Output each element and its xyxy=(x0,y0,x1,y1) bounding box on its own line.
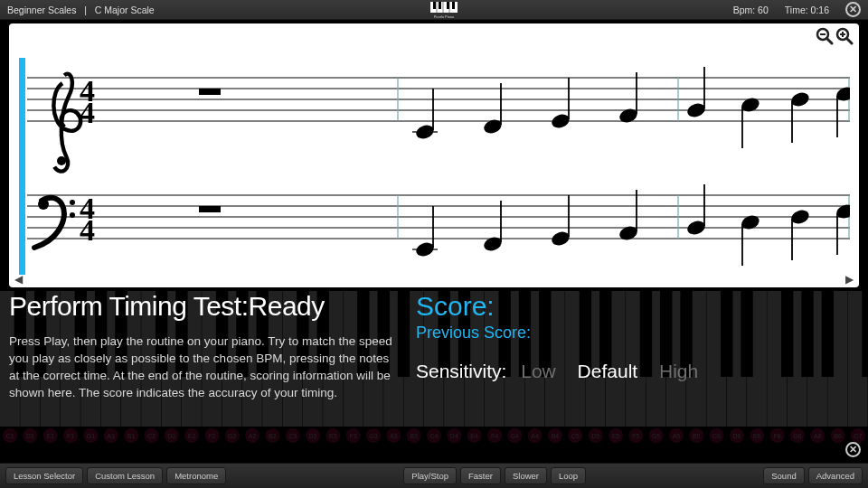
svg-point-193 xyxy=(38,199,49,210)
btn-sound[interactable]: Sound xyxy=(763,467,804,484)
btn-metronome[interactable]: Metronome xyxy=(166,467,226,484)
svg-text:Purely Piano: Purely Piano xyxy=(433,14,454,18)
svg-point-194 xyxy=(70,200,75,205)
svg-point-195 xyxy=(70,212,75,218)
playhead xyxy=(19,58,25,275)
timing-instructions: Press Play, then play the routine on you… xyxy=(9,333,398,402)
sensitivity-low[interactable]: Low xyxy=(521,361,556,381)
top-bar: Beginner Scales | C Major Scale Purely P… xyxy=(0,0,868,20)
btn-custom-lesson[interactable]: Custom Lesson xyxy=(87,467,163,484)
svg-rect-164 xyxy=(452,2,455,9)
app-logo: Purely Piano xyxy=(155,2,733,18)
svg-rect-161 xyxy=(433,2,436,9)
svg-rect-163 xyxy=(447,2,449,9)
svg-point-192 xyxy=(57,156,66,165)
sensitivity-default[interactable]: Default xyxy=(578,361,638,381)
sensitivity-label: Sensitivity: xyxy=(416,361,506,381)
btn-faster[interactable]: Faster xyxy=(460,467,501,484)
svg-text:4: 4 xyxy=(80,213,95,247)
previous-score-label: Previous Score: xyxy=(416,324,859,343)
info-area: Perform Timing Test:Ready Press Play, th… xyxy=(9,291,859,454)
zoom-out-icon[interactable] xyxy=(816,27,834,45)
close-icon[interactable]: ✕ xyxy=(845,2,861,17)
close-panel-icon[interactable]: ✕ xyxy=(845,442,861,457)
bottom-bar: Lesson SelectorCustom LessonMetronome Pl… xyxy=(0,463,868,488)
score-panel: ◀ ▶ 4444 xyxy=(9,23,859,287)
lesson-name: C Major Scale xyxy=(95,5,155,15)
score-label: Score: xyxy=(416,291,859,322)
svg-line-170 xyxy=(827,39,833,44)
btn-play-stop[interactable]: Play/Stop xyxy=(403,467,457,484)
svg-rect-159 xyxy=(862,291,868,377)
btn-advanced[interactable]: Advanced xyxy=(808,467,863,484)
sensitivity-high[interactable]: High xyxy=(659,361,698,381)
svg-line-173 xyxy=(847,39,853,44)
bpm-indicator: Bpm: 60 xyxy=(733,5,769,15)
btn-lesson-selector[interactable]: Lesson Selector xyxy=(5,467,83,484)
sensitivity-row: Sensitivity: Low Default High xyxy=(416,361,859,382)
svg-rect-162 xyxy=(439,2,441,9)
svg-rect-201 xyxy=(199,206,221,212)
time-indicator: Time: 0:16 xyxy=(785,5,829,15)
lesson-breadcrumb: Beginner Scales | C Major Scale xyxy=(7,5,155,15)
lesson-category: Beginner Scales xyxy=(7,5,76,15)
scroll-left-icon[interactable]: ◀ xyxy=(14,273,23,286)
timing-test-title: Perform Timing Test:Ready xyxy=(9,291,398,322)
zoom-in-icon[interactable] xyxy=(835,27,854,45)
svg-text:4: 4 xyxy=(80,96,95,129)
music-staff: 4444 xyxy=(27,51,850,286)
svg-rect-200 xyxy=(199,89,221,95)
btn-loop[interactable]: Loop xyxy=(551,467,586,484)
btn-slower[interactable]: Slower xyxy=(505,467,547,484)
